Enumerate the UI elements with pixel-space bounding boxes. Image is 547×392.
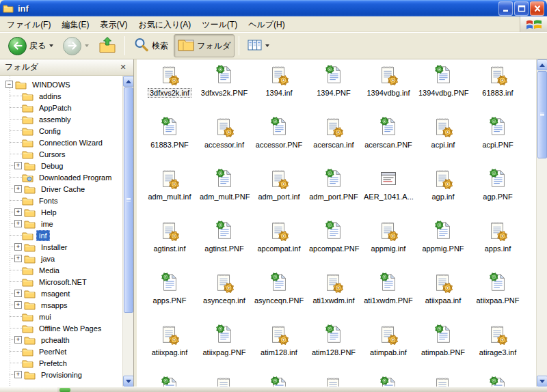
scroll-down-icon[interactable]: [123, 376, 133, 387]
tree-item-downloaded-program[interactable]: Downloaded Program: [0, 171, 122, 183]
up-button[interactable]: [94, 34, 120, 57]
sidebar-close-icon[interactable]: ✕: [118, 62, 129, 73]
file-item-partial[interactable]: [306, 375, 361, 387]
files-scroll-down-icon[interactable]: [537, 376, 547, 387]
file-item-apps-pnf[interactable]: apps.PNF: [142, 271, 197, 323]
maximize-button[interactable]: [514, 1, 529, 16]
forward-dropdown-icon[interactable]: [85, 44, 89, 47]
file-item-1394-pnf[interactable]: 1394.PNF: [306, 64, 361, 115]
file-item-atiixpaa-pnf[interactable]: atiixpaa.PNF: [470, 271, 525, 323]
tree-item-msapps[interactable]: +msapps: [0, 299, 122, 311]
file-item-agp-pnf[interactable]: agp.PNF: [470, 167, 525, 219]
file-item-partial[interactable]: [197, 375, 252, 387]
tree-item-driver-cache[interactable]: +Driver Cache: [0, 183, 122, 195]
expand-icon[interactable]: +: [14, 208, 22, 216]
tree-item-java[interactable]: +java: [0, 253, 122, 264]
tree-item-debug[interactable]: +Debug: [0, 160, 122, 171]
file-item-partial[interactable]: [361, 375, 416, 387]
file-item-accessor-inf[interactable]: accessor.inf: [197, 115, 252, 167]
expand-icon[interactable]: +: [14, 220, 22, 227]
file-item-3dfxvs2k-inf[interactable]: 3dfxvs2k.inf: [142, 64, 197, 115]
menu-item-1[interactable]: 編集(E): [56, 16, 94, 31]
tree-item-config[interactable]: Config: [0, 125, 122, 137]
file-item-acpi-pnf[interactable]: acpi.PNF: [470, 115, 525, 167]
taskbar-strip[interactable]: [0, 387, 547, 392]
scroll-up-icon[interactable]: [123, 76, 133, 87]
menu-item-3[interactable]: お気に入り(A): [133, 16, 196, 31]
tree-item-offline-web-pages[interactable]: Offline Web Pages: [0, 322, 122, 334]
files-scroll-thumb[interactable]: [537, 71, 547, 158]
files-scrollbar[interactable]: [536, 59, 547, 387]
tree-item-installer[interactable]: +Installer: [0, 241, 122, 253]
expand-icon[interactable]: +: [14, 243, 22, 251]
file-item-agtinst-inf[interactable]: agtinst.inf: [142, 219, 197, 271]
file-item-atimpab-pnf[interactable]: atimpab.PNF: [416, 323, 470, 375]
file-item-atiixpag-inf[interactable]: atiixpag.inf: [142, 323, 197, 375]
files-scroll-up-icon[interactable]: [537, 59, 547, 70]
file-item-adm-port-pnf[interactable]: adm_port.PNF: [306, 167, 361, 219]
expand-icon[interactable]: +: [14, 162, 22, 169]
tree-item-fonts[interactable]: Fonts: [0, 195, 122, 206]
file-item-atirage3-inf[interactable]: atirage3.inf: [470, 323, 525, 375]
file-item-ati1xwdm-pnf[interactable]: ati1xwdm.PNF: [361, 271, 416, 323]
file-item-acpi-inf[interactable]: acpi.inf: [416, 115, 470, 167]
tree-item-ime[interactable]: +ime: [0, 218, 122, 229]
expand-icon[interactable]: +: [14, 290, 22, 297]
expand-icon[interactable]: +: [14, 336, 22, 344]
tree-item-apppatch[interactable]: AppPatch: [0, 102, 122, 113]
file-item-3dfxvs2k-pnf[interactable]: 3dfxvs2k.PNF: [197, 64, 252, 115]
menu-item-0[interactable]: ファイル(F): [1, 16, 56, 31]
tree-item-connection-wizard[interactable]: Connection Wizard: [0, 137, 122, 148]
tree-item-windows[interactable]: −WINDOWS: [0, 79, 122, 90]
views-button[interactable]: [243, 34, 274, 57]
titlebar[interactable]: inf: [0, 0, 547, 16]
file-item-apcompat-pnf[interactable]: apcompat.PNF: [306, 219, 361, 271]
file-item-agtinst-pnf[interactable]: agtinst.PNF: [197, 219, 252, 271]
file-item-asynceqn-pnf[interactable]: asynceqn.PNF: [252, 271, 306, 323]
file-item-adm-port-inf[interactable]: adm_port.inf: [252, 167, 306, 219]
file-item-atiixpaa-inf[interactable]: atiixpaa.inf: [416, 271, 470, 323]
file-item-apcompat-inf[interactable]: apcompat.inf: [252, 219, 306, 271]
tree-item-microsoft-net[interactable]: Microsoft.NET: [0, 276, 122, 288]
tree-item-inf[interactable]: inf: [0, 229, 122, 241]
file-item-1394vdbg-pnf[interactable]: 1394vdbg.PNF: [416, 64, 470, 115]
search-button[interactable]: 検索: [129, 34, 172, 57]
file-item-acerscan-inf[interactable]: acerscan.inf: [306, 115, 361, 167]
file-item-apps-inf[interactable]: apps.inf: [470, 219, 525, 271]
menu-item-2[interactable]: 表示(V): [94, 16, 133, 31]
tree-item-addins[interactable]: addins: [0, 90, 122, 102]
tree-item-msagent[interactable]: +msagent: [0, 288, 122, 299]
tree-item-help[interactable]: +Help: [0, 206, 122, 218]
file-item-accessor-pnf[interactable]: accessor.PNF: [252, 115, 306, 167]
file-item-atimpab-inf[interactable]: atimpab.inf: [361, 323, 416, 375]
collapse-icon[interactable]: −: [5, 81, 13, 88]
file-item-adm-mult-inf[interactable]: adm_mult.inf: [142, 167, 197, 219]
file-item-appmig-inf[interactable]: appmig.inf: [361, 219, 416, 271]
expand-icon[interactable]: +: [14, 255, 22, 262]
file-item-atim128-inf[interactable]: atim128.inf: [252, 323, 306, 375]
file-item-61883-pnf[interactable]: 61883.PNF: [142, 115, 197, 167]
file-item-61883-inf[interactable]: 61883.inf: [470, 64, 525, 115]
expand-icon[interactable]: +: [14, 185, 22, 193]
file-item-1394-inf[interactable]: 1394.inf: [252, 64, 306, 115]
minimize-button[interactable]: [498, 1, 513, 16]
tree-item-prefetch[interactable]: Prefetch: [0, 357, 122, 369]
tree-item-assembly[interactable]: assembly: [0, 113, 122, 125]
file-item-partial[interactable]: [142, 375, 197, 387]
menu-item-5[interactable]: ヘルプ(H): [243, 16, 291, 31]
file-item-1394vdbg-inf[interactable]: 1394vdbg.inf: [361, 64, 416, 115]
tree-item-mui[interactable]: mui: [0, 311, 122, 322]
tree-item-peernet[interactable]: PeerNet: [0, 346, 122, 357]
menu-item-4[interactable]: ツール(T): [196, 16, 243, 31]
back-button[interactable]: 戻る: [4, 34, 57, 57]
folders-button[interactable]: フォルダ: [174, 34, 235, 57]
sidebar-scrollbar[interactable]: [122, 76, 133, 387]
expand-icon[interactable]: +: [14, 301, 22, 309]
file-item-adm-mult-pnf[interactable]: adm_mult.PNF: [197, 167, 252, 219]
views-dropdown-icon[interactable]: [265, 44, 269, 47]
file-item-ati1xwdm-inf[interactable]: ati1xwdm.inf: [306, 271, 361, 323]
tree-item-provisioning[interactable]: +Provisioning: [0, 369, 122, 380]
file-item-atim128-pnf[interactable]: atim128.PNF: [306, 323, 361, 375]
file-item-partial[interactable]: [470, 375, 525, 387]
back-dropdown-icon[interactable]: [49, 44, 53, 47]
